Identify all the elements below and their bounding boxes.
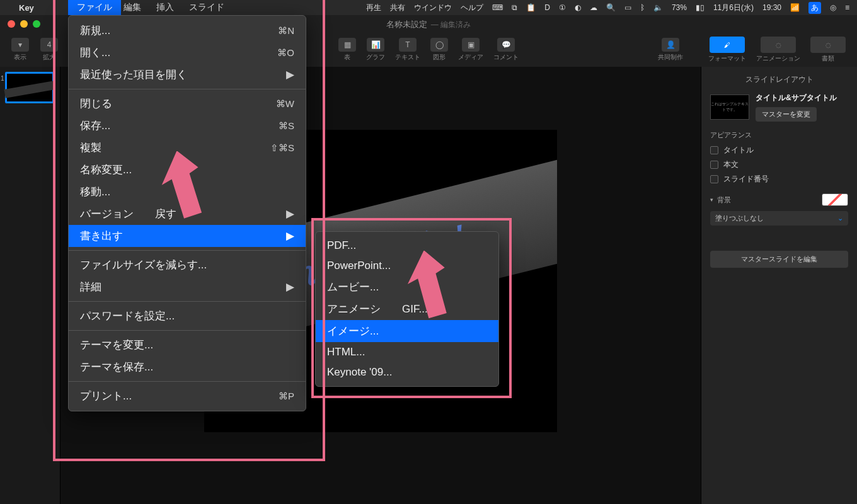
background-disclosure[interactable]: 背景 — [710, 193, 848, 206]
toolbar-表[interactable]: ▦表 — [335, 38, 360, 62]
tray-icon[interactable]: 📋 — [526, 3, 536, 12]
change-master-button[interactable]: マスターを変更 — [756, 107, 817, 122]
menu-icon[interactable]: ≡ — [845, 3, 849, 12]
svg-marker-1 — [401, 251, 458, 322]
dropbox-icon[interactable]: ⧉ — [512, 3, 517, 12]
toolbar-テキスト[interactable]: Tテキスト — [391, 38, 424, 62]
cloud-icon[interactable]: ☁ — [590, 3, 597, 12]
svg-marker-0 — [157, 151, 208, 221]
menubar-item[interactable]: 共有 — [390, 3, 405, 13]
tray-icon[interactable]: ⌨ — [492, 3, 503, 12]
export-menu-item[interactable]: Keynote '09... — [316, 362, 498, 382]
file-menu-item[interactable]: ファイルサイズを減らす... — [69, 254, 306, 276]
menubar-edit[interactable]: 編集 — [124, 2, 141, 13]
spotlight-icon[interactable]: ◎ — [830, 3, 836, 12]
toolbar-グラフ[interactable]: 📊グラフ — [362, 38, 389, 62]
file-menu-item[interactable]: 保存...⌘S — [69, 115, 306, 137]
fill-select[interactable]: 塗りつぶしなし — [710, 211, 848, 226]
tab-アニメーション[interactable]: ◌アニメーション — [752, 37, 804, 63]
wifi-icon[interactable]: 📶 — [790, 3, 800, 12]
menubar-file[interactable]: ファイル — [68, 0, 121, 15]
battery-label[interactable]: 73% — [672, 3, 687, 12]
date-label: 11月6日(水) — [713, 3, 754, 13]
annotation-arrow-2 — [391, 251, 466, 352]
menubar-insert[interactable]: 挿入 — [156, 2, 174, 13]
file-menu-item[interactable]: テーマを保存... — [69, 356, 306, 378]
menubar-item[interactable]: ヘルプ — [461, 3, 483, 13]
battery-icon[interactable]: ▮▯ — [696, 3, 705, 12]
tray-icon[interactable]: ① — [559, 3, 566, 12]
slide-panel[interactable]: 1 — [0, 67, 60, 504]
file-menu-item[interactable]: プリント...⌘P — [69, 385, 306, 407]
toolbar-zoom[interactable]: 4拡大 — [37, 38, 62, 62]
app-name[interactable]: Key — [19, 3, 34, 13]
check-本文[interactable]: 本文 — [710, 159, 848, 170]
background-swatch[interactable] — [822, 193, 848, 206]
layout-title: タイトル&サブタイトル — [756, 93, 848, 103]
time-label: 19:30 — [762, 3, 781, 12]
inspector-header: スライドレイアウト — [710, 74, 848, 85]
toolbar-view[interactable]: ▾表示 — [8, 38, 33, 62]
check-タイトル[interactable]: タイトル — [710, 145, 848, 156]
appearance-label: アピアランス — [710, 130, 848, 140]
file-menu-item[interactable]: 開く...⌘O — [69, 42, 306, 64]
file-menu-item[interactable]: 新規...⌘N — [69, 20, 306, 42]
menubar-item[interactable]: ウインドウ — [414, 3, 452, 13]
ime-icon[interactable]: あ — [808, 2, 821, 14]
search-icon[interactable]: 🔍 — [606, 3, 616, 12]
toolbar-図形[interactable]: ◯図形 — [427, 38, 452, 62]
inspector: スライドレイアウト これはサンプルテキストです。 タイトル&サブタイトル マスタ… — [701, 67, 857, 504]
menubar-item[interactable]: 再生 — [366, 3, 381, 13]
slide-thumb-1[interactable]: 1 — [5, 72, 54, 103]
file-menu-item[interactable]: パスワードを設定... — [69, 305, 306, 327]
volume-icon[interactable]: 🔈 — [653, 3, 663, 12]
file-menu-item[interactable]: テーマを変更... — [69, 334, 306, 356]
file-menu-item[interactable]: 最近使った項目を開く▶ — [69, 64, 306, 86]
menubar-slide[interactable]: スライド — [189, 2, 224, 13]
tray-icon[interactable]: ▭ — [624, 3, 631, 12]
layout-thumb: これはサンプルテキストです。 — [710, 94, 749, 120]
bluetooth-icon[interactable]: ᛒ — [640, 3, 645, 12]
tab-書類[interactable]: ◌書類 — [807, 37, 849, 63]
tab-フォーマット[interactable]: 🖌フォーマット — [705, 37, 750, 63]
check-スライド番号[interactable]: スライド番号 — [710, 174, 848, 185]
toolbar-メディア[interactable]: ▣メディア — [454, 38, 487, 62]
tray-icon[interactable]: D — [544, 3, 550, 12]
file-menu-item[interactable]: 詳細▶ — [69, 276, 306, 298]
toolbar-コメント[interactable]: 💬コメント — [490, 38, 522, 62]
tray-icon[interactable]: ◐ — [575, 3, 581, 12]
edit-master-button[interactable]: マスタースライドを編集 — [710, 251, 848, 268]
toolbar-collab[interactable]: 👤共同制作 — [654, 38, 687, 62]
file-menu-item[interactable]: 閉じる⌘W — [69, 93, 306, 115]
annotation-arrow-1 — [145, 151, 208, 252]
